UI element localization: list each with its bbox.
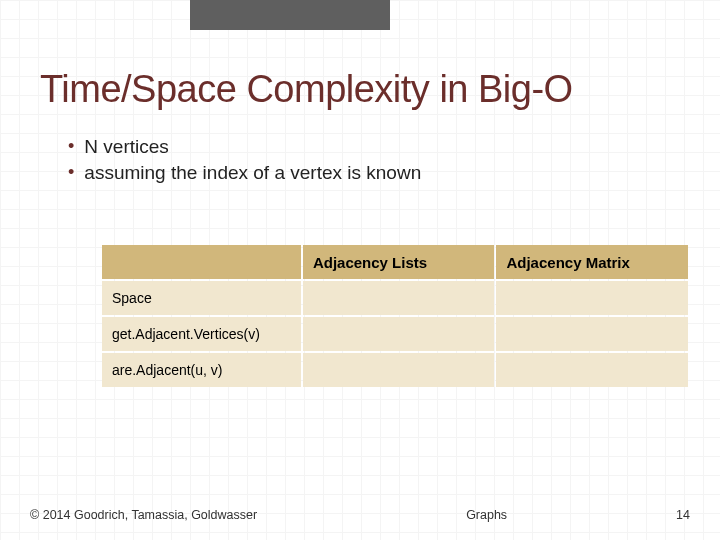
table-header: Adjacency Lists (303, 245, 495, 279)
page-number: 14 (676, 508, 690, 522)
copyright-text: © 2014 Goodrich, Tamassia, Goldwasser (30, 508, 257, 522)
table-row: Space (102, 281, 688, 315)
slide-title: Time/Space Complexity in Big-O (40, 70, 680, 110)
footer: © 2014 Goodrich, Tamassia, Goldwasser Gr… (30, 508, 690, 522)
row-cell (496, 317, 688, 351)
row-label: get.Adjacent.Vertices(v) (102, 317, 301, 351)
table-header-row: Adjacency Lists Adjacency Matrix (102, 245, 688, 279)
bullet-list: • N vertices • assuming the index of a v… (68, 134, 680, 185)
bullet-text: N vertices (84, 134, 168, 160)
bullet-dot-icon: • (68, 160, 74, 185)
row-cell (303, 317, 495, 351)
table-header: Adjacency Matrix (496, 245, 688, 279)
table-header-empty (102, 245, 301, 279)
row-label: Space (102, 281, 301, 315)
bullet-dot-icon: • (68, 134, 74, 159)
table-row: are.Adjacent(u, v) (102, 353, 688, 387)
bullet-item: • N vertices (68, 134, 680, 160)
bullet-text: assuming the index of a vertex is known (84, 160, 421, 186)
bullet-item: • assuming the index of a vertex is know… (68, 160, 680, 186)
row-cell (303, 353, 495, 387)
complexity-table: Adjacency Lists Adjacency Matrix Space g… (100, 243, 690, 389)
footer-center-text: Graphs (257, 508, 676, 522)
slide-content: Time/Space Complexity in Big-O • N verti… (0, 0, 720, 389)
row-label: are.Adjacent(u, v) (102, 353, 301, 387)
row-cell (496, 353, 688, 387)
row-cell (303, 281, 495, 315)
row-cell (496, 281, 688, 315)
table-row: get.Adjacent.Vertices(v) (102, 317, 688, 351)
